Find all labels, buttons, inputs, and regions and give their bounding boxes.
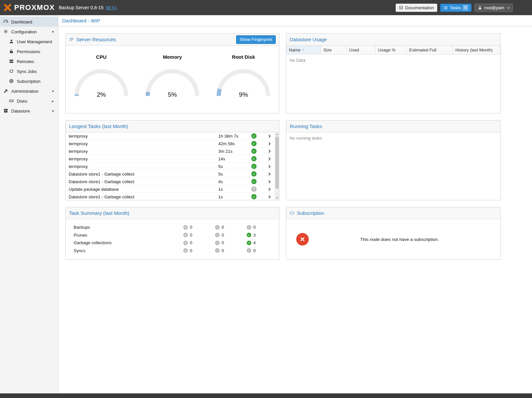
show-fingerprint-button[interactable]: Show Fingerprint bbox=[236, 35, 276, 44]
panel-title: Datastore Usage bbox=[290, 37, 327, 42]
summary-row: Garbage collections×0!0✓4 bbox=[74, 239, 279, 247]
datastore-usage-panel: Datastore Usage Name↑SizeUsedUsage %Esti… bbox=[286, 33, 501, 114]
error-count: ×0 bbox=[183, 233, 215, 238]
sidebar-item-configuration[interactable]: Configuration▾ bbox=[0, 27, 58, 37]
task-row[interactable]: Datastore store1 - Garbage collect4s✓ bbox=[66, 178, 274, 185]
sidebar-item-permissions[interactable]: Permissions bbox=[0, 47, 58, 56]
sidebar-item-subscription[interactable]: Subscription bbox=[0, 76, 58, 86]
scroll-down-icon[interactable]: ▼ bbox=[275, 197, 279, 199]
user-icon bbox=[478, 6, 482, 10]
chevron-right-icon[interactable] bbox=[267, 149, 270, 153]
sidebar-item-administration[interactable]: Administration▾ bbox=[0, 86, 58, 96]
sidebar-item-label: Dashboard bbox=[11, 19, 32, 24]
task-row[interactable]: Datastore store1 - Garbage collect5s✓ bbox=[66, 170, 274, 178]
times-circle-icon: × bbox=[296, 233, 309, 246]
chevron-right-icon[interactable] bbox=[267, 195, 270, 198]
status-ok-icon: ✓ bbox=[251, 194, 257, 199]
error-count: ×0 bbox=[183, 225, 215, 230]
support-icon bbox=[9, 79, 14, 84]
task-row[interactable]: termproxy5s✓ bbox=[66, 163, 274, 170]
summary-row: Syncs×0!0✓0 bbox=[74, 247, 279, 255]
list-icon bbox=[443, 6, 448, 10]
subscription-message: This node does not have a subscription. bbox=[309, 237, 500, 242]
column-header-estimated-full[interactable]: Estimated Full bbox=[407, 46, 453, 54]
chevron-down-icon bbox=[507, 6, 510, 9]
scrollbar[interactable]: ▲ ▼ bbox=[275, 132, 279, 200]
gauge-arc: 2% bbox=[68, 67, 135, 98]
panel-header: Task Summary (last Month) bbox=[66, 207, 279, 219]
task-row[interactable]: Update package database1s? bbox=[66, 185, 274, 193]
chevron-right-icon[interactable] bbox=[267, 165, 270, 168]
dashboard-icon bbox=[3, 19, 9, 24]
summary-label: Syncs bbox=[74, 248, 183, 253]
status-ok-icon: ✓ bbox=[251, 171, 257, 177]
ok-icon: ✓ bbox=[247, 225, 251, 230]
task-duration: 3m 21s bbox=[218, 149, 251, 154]
task-name: Datastore store1 - Garbage collect bbox=[69, 179, 218, 184]
tasks-button[interactable]: Tasks 0 bbox=[440, 4, 472, 12]
ok-count: ✓3 bbox=[247, 233, 279, 238]
chevron-right-icon[interactable] bbox=[267, 157, 270, 160]
bottom-bar bbox=[0, 393, 532, 398]
error-icon: × bbox=[183, 233, 188, 237]
status-ok-icon: ✓ bbox=[251, 179, 257, 184]
task-name: Update package database bbox=[69, 187, 218, 192]
documentation-button[interactable]: Documentation bbox=[396, 4, 437, 12]
longest-tasks-list: termproxy1h 38m 7s✓termproxy42m 58s✓term… bbox=[66, 132, 279, 200]
error-count: ×0 bbox=[183, 248, 215, 253]
sidebar-item-sync-jobs[interactable]: Sync Jobs bbox=[0, 66, 58, 76]
sidebar-item-label: Configuration bbox=[11, 29, 37, 34]
task-row[interactable]: Datastore store1 - Garbage collect1s✓ bbox=[66, 193, 274, 200]
table-header-row: Name↑SizeUsedUsage %Estimated FullHistor… bbox=[286, 46, 500, 54]
summary-label: Backups bbox=[74, 225, 183, 230]
page-title: Dashboard - WIP bbox=[58, 15, 532, 26]
summary-row: Prunes×0!0✓3 bbox=[74, 231, 279, 239]
beta-link[interactable]: BETA bbox=[106, 5, 117, 10]
chevron-right-icon[interactable] bbox=[267, 134, 270, 138]
caret-down-icon: ▾ bbox=[52, 109, 54, 113]
sidebar: DashboardConfiguration▾User ManagementPe… bbox=[0, 15, 58, 393]
sidebar-item-user-management[interactable]: User Management bbox=[0, 37, 58, 47]
task-name: termproxy bbox=[69, 156, 218, 161]
column-header-usage[interactable]: Usage % bbox=[375, 46, 407, 54]
chevron-right-icon[interactable] bbox=[267, 142, 270, 145]
task-duration: 1h 38m 7s bbox=[218, 134, 251, 139]
status-ok-icon: ✓ bbox=[251, 149, 257, 154]
column-header-history-last-month[interactable]: History (last Month) bbox=[453, 46, 500, 54]
gauges-area: CPU2%Memory5%Root Disk9% bbox=[66, 46, 279, 113]
chevron-right-icon[interactable] bbox=[267, 180, 270, 183]
caret-down-icon: ▾ bbox=[52, 89, 54, 93]
scroll-up-icon[interactable]: ▲ bbox=[275, 133, 279, 136]
user-menu-button[interactable]: root@pam bbox=[475, 4, 513, 12]
panel-title: Server Resources bbox=[76, 37, 116, 42]
task-row[interactable]: termproxy3m 21s✓ bbox=[66, 148, 274, 155]
chevron-right-icon[interactable] bbox=[267, 172, 270, 176]
longest-tasks-panel: Longest Tasks (last Month) termproxy1h 3… bbox=[65, 120, 279, 200]
task-row[interactable]: termproxy1h 38m 7s✓ bbox=[66, 132, 274, 140]
ok-icon: ✓ bbox=[247, 241, 251, 245]
panel-header: Subscription bbox=[286, 207, 500, 219]
sidebar-item-label: Permissions bbox=[17, 49, 40, 54]
task-row[interactable]: termproxy14s✓ bbox=[66, 155, 274, 163]
wrench-icon bbox=[3, 88, 9, 94]
column-header-size[interactable]: Size bbox=[321, 46, 346, 54]
no-data-text: No Data bbox=[286, 54, 500, 66]
task-summary-body: Backups×0!0✓0Prunes×0!0✓3Garbage collect… bbox=[66, 219, 279, 259]
panel-title: Subscription bbox=[297, 210, 324, 216]
sidebar-item-remotes[interactable]: Remotes bbox=[0, 56, 58, 66]
caret-right-icon: ▸ bbox=[52, 99, 54, 103]
gauge-label: Root Disk bbox=[210, 54, 277, 60]
subscription-body: × This node does not have a subscription… bbox=[286, 219, 500, 259]
sidebar-item-datastore[interactable]: Datastore▾ bbox=[0, 106, 58, 116]
ok-count: ✓0 bbox=[247, 225, 279, 230]
task-name: termproxy bbox=[69, 141, 218, 146]
gauge-label: CPU bbox=[68, 54, 135, 60]
scrollbar-thumb[interactable] bbox=[275, 137, 279, 189]
chevron-right-icon[interactable] bbox=[267, 187, 270, 191]
panel-title: Task Summary (last Month) bbox=[69, 210, 129, 216]
task-row[interactable]: termproxy42m 58s✓ bbox=[66, 140, 274, 148]
sidebar-item-dashboard[interactable]: Dashboard bbox=[0, 17, 58, 27]
column-header-used[interactable]: Used bbox=[346, 46, 375, 54]
sidebar-item-disks[interactable]: Disks▸ bbox=[0, 96, 58, 106]
column-header-name[interactable]: Name↑ bbox=[286, 46, 321, 54]
